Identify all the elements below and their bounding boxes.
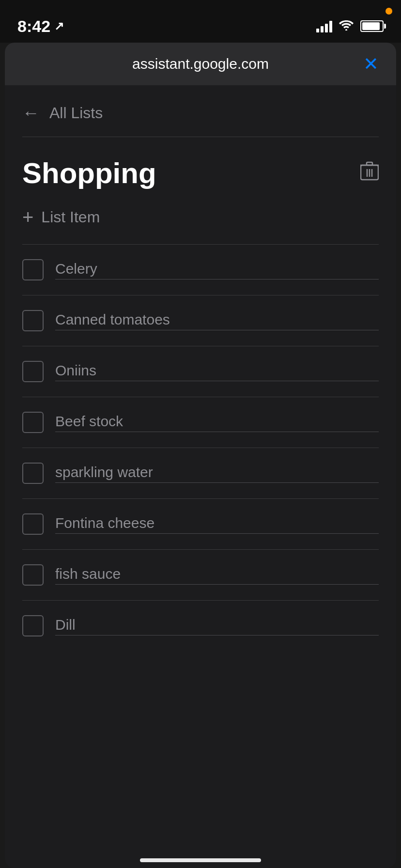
item-name-3: Oniins bbox=[55, 362, 379, 381]
notification-dot bbox=[386, 8, 392, 15]
item-name-8: Dill bbox=[55, 617, 379, 636]
item-checkbox-1[interactable] bbox=[22, 259, 44, 280]
item-name-7: fish sauce bbox=[55, 566, 379, 585]
list-item: Fontina cheese bbox=[22, 499, 379, 550]
wifi-icon bbox=[339, 19, 354, 34]
status-time: 8:42 ↗ bbox=[17, 17, 64, 36]
svg-point-0 bbox=[345, 29, 347, 31]
all-lists-label[interactable]: All Lists bbox=[49, 104, 103, 122]
close-button[interactable]: ✕ bbox=[355, 53, 379, 75]
item-checkbox-6[interactable] bbox=[22, 513, 44, 535]
main-content: ← All Lists Shopping + List Item Celery bbox=[5, 85, 396, 868]
battery-icon bbox=[360, 20, 384, 32]
add-item-button[interactable]: + List Item bbox=[5, 200, 396, 244]
home-indicator bbox=[140, 858, 261, 862]
item-checkbox-3[interactable] bbox=[22, 361, 44, 382]
shopping-items-list: Celery Canned tomatoes Oniins Beef stock… bbox=[5, 245, 396, 651]
list-item: Oniins bbox=[22, 346, 379, 397]
item-checkbox-2[interactable] bbox=[22, 310, 44, 331]
add-item-label: List Item bbox=[41, 208, 100, 226]
list-item: Beef stock bbox=[22, 397, 379, 448]
item-checkbox-4[interactable] bbox=[22, 412, 44, 433]
delete-list-button[interactable] bbox=[360, 161, 379, 186]
back-button[interactable]: ← bbox=[22, 103, 40, 123]
browser-url: assistant.google.com bbox=[46, 56, 355, 72]
list-item: Canned tomatoes bbox=[22, 295, 379, 346]
plus-icon: + bbox=[22, 207, 33, 227]
location-arrow-icon: ↗ bbox=[54, 19, 64, 33]
item-name-2: Canned tomatoes bbox=[55, 311, 379, 330]
signal-icon bbox=[316, 20, 332, 32]
item-checkbox-7[interactable] bbox=[22, 564, 44, 586]
item-name-4: Beef stock bbox=[55, 413, 379, 432]
status-bar: 8:42 ↗ bbox=[0, 0, 401, 43]
list-header: Shopping bbox=[5, 137, 396, 200]
list-title: Shopping bbox=[22, 156, 156, 190]
list-item: Dill bbox=[22, 601, 379, 651]
item-checkbox-8[interactable] bbox=[22, 615, 44, 636]
status-right-icons bbox=[316, 19, 384, 34]
list-item: Celery bbox=[22, 245, 379, 295]
nav-header: ← All Lists bbox=[5, 85, 396, 137]
item-name-1: Celery bbox=[55, 261, 379, 279]
item-name-5: sparkling water bbox=[55, 464, 379, 483]
item-checkbox-5[interactable] bbox=[22, 463, 44, 484]
time-display: 8:42 bbox=[17, 17, 50, 36]
list-item: sparkling water bbox=[22, 448, 379, 499]
list-item: fish sauce bbox=[22, 550, 379, 601]
item-name-6: Fontina cheese bbox=[55, 515, 379, 534]
browser-bar: assistant.google.com ✕ bbox=[5, 43, 396, 85]
